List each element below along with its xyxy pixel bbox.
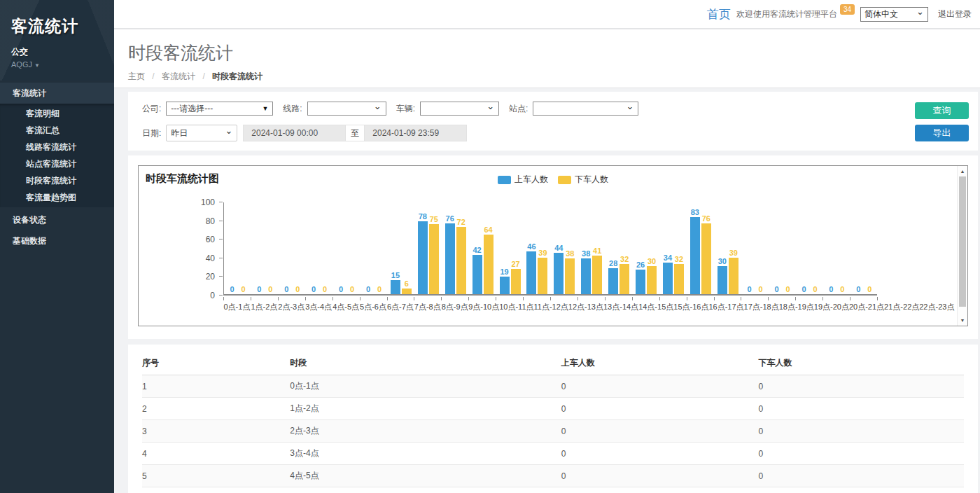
sidebar-section-1[interactable]: 基础数据 xyxy=(0,230,114,251)
sidebar-subitem-1[interactable]: 客流汇总 xyxy=(0,122,114,139)
bar-group: 7875 xyxy=(414,202,442,294)
date-from-input[interactable]: 2024-01-09 00:00 xyxy=(243,125,346,141)
breadcrumb-separator: / xyxy=(152,71,154,81)
bar-value-label: 46 xyxy=(527,242,536,251)
bar-boarding[interactable] xyxy=(418,221,428,294)
sidebar-subitem-0[interactable]: 客流明细 xyxy=(0,105,114,122)
breadcrumb-passenger-stats[interactable]: 客流统计 xyxy=(162,71,195,81)
x-axis-label: 15点-16点 xyxy=(673,302,708,312)
bar-alighting[interactable] xyxy=(538,258,547,294)
language-select[interactable]: 简体中文 ⌄ xyxy=(860,7,928,22)
bar-boarding[interactable] xyxy=(636,270,645,294)
y-axis-label: 80 xyxy=(206,216,215,226)
y-axis-tick xyxy=(219,295,223,296)
table-row[interactable]: 43点-4点00 xyxy=(142,443,964,465)
bar-value-label: 38 xyxy=(582,249,590,258)
bar-boarding[interactable] xyxy=(500,277,510,294)
x-axis-label: 18点-19点 xyxy=(779,302,814,312)
chart-scrollbar[interactable]: ▲ ▼ xyxy=(957,166,967,326)
table-row[interactable]: 32点-3点00 xyxy=(142,420,964,443)
bar-boarding[interactable] xyxy=(718,266,727,294)
bar-alighting[interactable] xyxy=(565,258,575,294)
date-to-input[interactable]: 2024-01-09 23:59 xyxy=(364,125,467,141)
bar-value-label: 0 xyxy=(813,285,817,293)
bar-value-label: 76 xyxy=(446,214,454,223)
chart-plot: 0000000000001567875767242641927463944383… xyxy=(223,202,877,296)
breadcrumb-current: 时段客流统计 xyxy=(212,71,262,81)
bar-value-label: 0 xyxy=(339,285,343,293)
line-label: 线路: xyxy=(283,103,302,115)
caret-down-icon: ▼ xyxy=(262,105,268,112)
scroll-down-icon[interactable]: ▼ xyxy=(958,318,967,323)
bar-alighting[interactable] xyxy=(484,235,493,294)
legend-item[interactable]: 下车人数 xyxy=(558,174,608,186)
org-code-dropdown[interactable]: AQGJ▼ xyxy=(11,60,114,69)
bar-group: 00 xyxy=(333,202,360,294)
sidebar-section-0[interactable]: 设备状态 xyxy=(0,209,114,230)
scroll-up-icon[interactable]: ▲ xyxy=(958,169,967,174)
bar-value-label: 64 xyxy=(484,225,492,234)
bar-boarding[interactable] xyxy=(690,217,700,294)
bar-alighting[interactable] xyxy=(647,266,657,294)
bar-value-label: 41 xyxy=(593,246,601,255)
sidebar-menu: 客流统计 客流明细客流汇总线路客流统计站点客流统计时段客流统计客流量趋势图 设备… xyxy=(0,83,114,251)
bar-alighting[interactable] xyxy=(402,289,412,294)
x-axis-label: 21点-22点 xyxy=(884,302,919,312)
bar-alighting[interactable] xyxy=(701,223,711,294)
table-row[interactable]: 10点-1点00 xyxy=(142,375,964,398)
date-preset-select[interactable]: 昨日 ⌄ xyxy=(166,125,237,141)
bar-value-label: 0 xyxy=(759,285,763,293)
date-preset-value: 昨日 xyxy=(171,127,188,139)
table-row[interactable]: 65点-6点00 xyxy=(142,487,964,493)
x-axis-label: 9点-10点 xyxy=(468,302,499,312)
bar-boarding[interactable] xyxy=(445,223,455,294)
bar-boarding[interactable] xyxy=(391,280,400,294)
legend-swatch xyxy=(498,176,511,184)
bar-value-label: 44 xyxy=(554,244,563,252)
query-button[interactable]: 查询 xyxy=(915,102,969,119)
bar-value-label: 0 xyxy=(230,285,234,293)
sidebar-subitem-3[interactable]: 站点客流统计 xyxy=(0,155,114,172)
bar-boarding[interactable] xyxy=(663,263,673,294)
bar-boarding[interactable] xyxy=(554,253,564,294)
export-button[interactable]: 导出 xyxy=(915,125,969,141)
home-link[interactable]: 首页 xyxy=(707,6,731,22)
sidebar-item-passenger-stats[interactable]: 客流统计 xyxy=(0,83,114,104)
bar-group: 3039 xyxy=(714,202,741,294)
legend-item[interactable]: 上车人数 xyxy=(498,174,548,186)
bar-alighting[interactable] xyxy=(511,269,521,294)
table-header-cell-1: 时段 xyxy=(290,351,561,375)
sidebar-subitem-5[interactable]: 客流量趋势图 xyxy=(0,189,114,206)
breadcrumb-home[interactable]: 主页 xyxy=(128,71,145,81)
sidebar-subitem-4[interactable]: 时段客流统计 xyxy=(0,172,114,189)
table-row[interactable]: 54点-5点00 xyxy=(142,465,964,487)
bar-value-label: 75 xyxy=(430,215,438,223)
notification-badge[interactable]: 34 xyxy=(840,4,855,15)
legend-swatch xyxy=(558,176,571,184)
bar-alighting[interactable] xyxy=(456,227,466,294)
logout-link[interactable]: 退出登录 xyxy=(938,8,972,20)
station-select[interactable]: ⌄ xyxy=(533,102,638,116)
bar-boarding[interactable] xyxy=(608,268,618,294)
x-axis-label: 2点-3点 xyxy=(278,302,305,312)
bar-alighting[interactable] xyxy=(429,224,439,294)
bar-alighting[interactable] xyxy=(592,256,602,294)
bar-boarding[interactable] xyxy=(581,258,591,294)
x-axis-label: 1点-2点 xyxy=(251,302,278,312)
table-cell: 0 xyxy=(561,375,759,398)
table-row[interactable]: 21点-2点00 xyxy=(142,398,964,420)
vehicle-select[interactable]: ⌄ xyxy=(420,102,499,116)
bar-boarding[interactable] xyxy=(472,255,482,294)
page-heading: 时段客流统计 主页 / 客流统计 / 时段客流统计 xyxy=(114,29,980,88)
sidebar-subitem-2[interactable]: 线路客流统计 xyxy=(0,139,114,155)
line-select[interactable]: ⌄ xyxy=(307,102,386,116)
bar-alighting[interactable] xyxy=(729,258,738,294)
bar-value-label: 0 xyxy=(748,285,752,293)
bar-boarding[interactable] xyxy=(526,251,536,294)
scrollbar-thumb[interactable] xyxy=(959,176,966,307)
bar-alighting[interactable] xyxy=(620,264,629,294)
company-select[interactable]: ---请选择--- ▼ xyxy=(166,102,273,116)
bar-alighting[interactable] xyxy=(674,264,684,294)
bar-value-label: 26 xyxy=(636,261,645,269)
chevron-down-icon: ⌄ xyxy=(225,128,232,134)
